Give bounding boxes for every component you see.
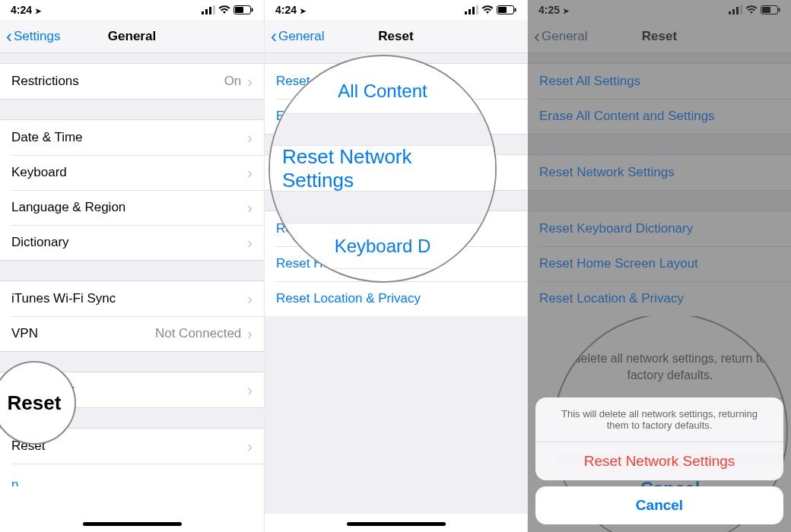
nav-bar: ‹Settings General [0, 20, 264, 53]
nav-title: Reset [378, 29, 413, 44]
chevron-right-icon: › [247, 382, 253, 399]
svg-rect-0 [202, 11, 204, 14]
chevron-right-icon: › [247, 325, 253, 343]
nav-bar: ‹General Reset [265, 20, 527, 53]
cell-detail: On [224, 74, 242, 89]
group-gap [0, 53, 264, 64]
group-gap [0, 260, 264, 281]
cell-label: Restrictions [11, 74, 224, 89]
mag-row-resetnet: Reset Network Settings [270, 146, 495, 192]
svg-rect-8 [469, 9, 471, 14]
magnifier-text: Reset [8, 391, 62, 415]
empty-space [265, 316, 527, 514]
row-langregion[interactable]: Language & Region› [0, 190, 264, 225]
chevron-left-icon: ‹ [6, 27, 12, 46]
home-indicator[interactable] [83, 522, 182, 526]
back-label: General [278, 29, 324, 44]
status-time: 4:24 ➤ [11, 4, 41, 16]
action-sheet: This will delete all network settings, r… [535, 397, 783, 524]
row-keyboard[interactable]: Keyboard› [0, 155, 264, 190]
row-restrictions[interactable]: Restrictions On › [0, 64, 264, 99]
group-gap [0, 99, 264, 120]
svg-rect-1 [205, 9, 208, 14]
wifi-icon [481, 5, 494, 14]
home-indicator[interactable] [347, 522, 446, 526]
chevron-right-icon: › [247, 199, 253, 217]
action-sheet-message: This will delete all network settings, r… [535, 397, 783, 442]
svg-rect-9 [472, 7, 475, 14]
row-dictionary[interactable]: Dictionary› [0, 225, 264, 260]
battery-icon [233, 5, 253, 14]
status-bar: 4:24 ➤ [265, 0, 527, 20]
action-reset-network[interactable]: Reset Network Settings [535, 442, 783, 480]
status-time: 4:24 ➤ [275, 4, 306, 16]
magnifier-reset-network: All Content Reset Network Settings Keybo… [268, 55, 497, 283]
chevron-right-icon: › [247, 73, 253, 90]
row-datetime[interactable]: Date & Time› [0, 120, 264, 155]
status-right [202, 5, 253, 14]
action-sheet-card: This will delete all network settings, r… [535, 397, 783, 480]
row-reset-location[interactable]: Reset Location & Privacy [265, 281, 527, 316]
svg-rect-3 [213, 5, 215, 14]
row-itunes-sync[interactable]: iTunes Wi-Fi Sync› [0, 281, 264, 316]
chevron-right-icon: › [247, 438, 253, 455]
back-button[interactable]: ‹Settings [6, 27, 60, 46]
wifi-icon [218, 5, 230, 14]
svg-rect-10 [476, 5, 478, 14]
row-shutdown[interactable]: n [0, 464, 264, 486]
svg-rect-7 [465, 11, 467, 14]
svg-rect-12 [498, 7, 507, 13]
row-vpn[interactable]: VPNNot Connected› [0, 316, 264, 351]
panel-reset-confirm: 4:25 ➤ ‹General Reset Reset All Settings… [528, 0, 791, 532]
action-cancel[interactable]: Cancel [535, 486, 783, 524]
svg-rect-2 [209, 7, 211, 14]
chevron-right-icon: › [247, 290, 253, 308]
back-label: Settings [14, 29, 60, 44]
back-button[interactable]: ‹General [271, 27, 324, 46]
chevron-right-icon: › [247, 164, 253, 182]
chevron-left-icon: ‹ [271, 27, 277, 46]
nav-title: General [108, 29, 156, 44]
chevron-right-icon: › [247, 234, 253, 252]
signal-icon [465, 5, 478, 14]
svg-rect-13 [515, 8, 516, 12]
status-bar: 4:24 ➤ [0, 0, 264, 20]
svg-rect-5 [235, 7, 243, 13]
svg-rect-6 [252, 8, 253, 12]
status-right [465, 5, 516, 14]
signal-icon [202, 5, 215, 14]
battery-icon [497, 5, 516, 14]
panel-general: 4:24 ➤ ‹Settings General Restrictions On… [0, 0, 265, 532]
chevron-right-icon: › [247, 129, 253, 147]
